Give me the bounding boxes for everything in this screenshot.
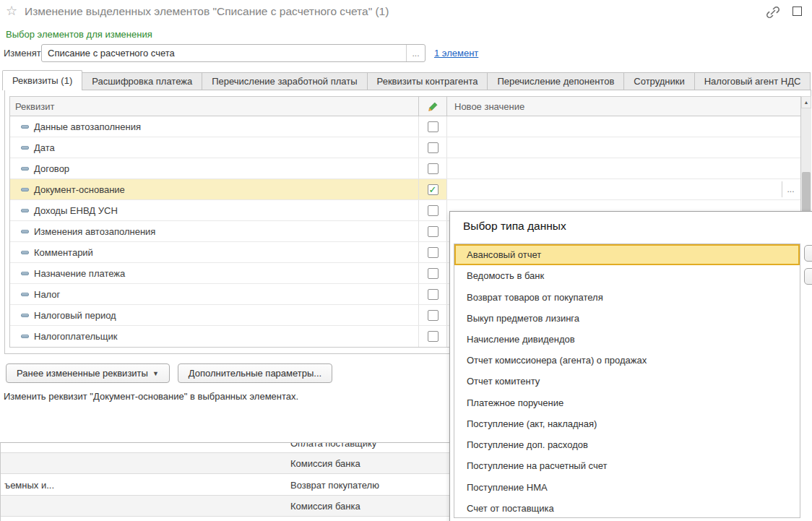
pencil-icon <box>418 97 447 116</box>
row-checkbox[interactable] <box>428 163 439 174</box>
attribute-dash-icon <box>21 314 29 317</box>
row-checkbox[interactable] <box>428 268 439 279</box>
tab-employees[interactable]: Сотрудники <box>624 72 694 90</box>
attribute-label: Комментарий <box>34 247 93 258</box>
select-elements-link[interactable]: Выбор элементов для изменения <box>6 29 152 40</box>
list-item-selected[interactable]: Авансовый отчет <box>454 244 800 265</box>
popup-button-clipped-bottom[interactable] <box>804 268 812 285</box>
attribute-dash-icon <box>21 230 29 233</box>
list-item[interactable]: Выкуп предметов лизинга <box>454 308 800 329</box>
previously-changed-button[interactable]: Ранее измененные реквизиты ▼ <box>6 363 170 383</box>
row-checkbox-checked[interactable]: ✓ <box>428 184 439 195</box>
new-value-input[interactable]: ... <box>447 179 800 199</box>
change-input[interactable]: Списание с расчетного счета ... <box>41 44 426 62</box>
attribute-label: Договор <box>34 163 69 174</box>
list-item[interactable]: Отчет комитенту <box>454 371 800 392</box>
popup-title: Выбор типа данных <box>463 220 566 233</box>
previously-changed-label: Ранее измененные реквизиты <box>17 368 148 379</box>
tab-depositors-transfer[interactable]: Перечисление депонентов <box>488 72 624 90</box>
list-item[interactable]: Поступление НМА <box>454 476 800 497</box>
data-type-picker-popup: Выбор типа данных Авансовый отчет Ведомо… <box>449 211 812 521</box>
attribute-label: Назначение платежа <box>34 268 125 279</box>
operation-cell: Комиссия банка <box>290 501 360 512</box>
list-item[interactable]: Начисление дивидендов <box>454 329 800 350</box>
attribute-label: Дата <box>34 142 55 153</box>
tab-payment-breakdown[interactable]: Расшифровка платежа <box>82 72 202 90</box>
attribute-dash-icon <box>21 125 29 129</box>
payee-cell: ъемных и... <box>4 479 54 490</box>
attribute-dash-icon <box>21 188 29 191</box>
hint-text: Изменить реквизит "Документ-основание" в… <box>4 391 298 402</box>
attribute-dash-icon <box>21 335 29 338</box>
table-header: Реквизит Новое значение <box>10 97 800 116</box>
list-item[interactable]: Отчет комиссионера (агента) о продажах <box>454 350 800 371</box>
list-item[interactable]: Счет от поставщика <box>454 498 800 518</box>
attribute-label: Данные автозаполнения <box>34 121 141 132</box>
popup-button-clipped-top[interactable] <box>804 245 812 262</box>
favorite-star-icon[interactable]: ☆ <box>6 4 17 18</box>
attribute-dash-icon <box>21 293 29 296</box>
table-row-selected[interactable]: Документ-основание ✓ ... <box>10 179 800 200</box>
attribute-dash-icon <box>21 209 29 212</box>
change-input-more-button[interactable]: ... <box>406 45 425 61</box>
tab-salary-transfer[interactable]: Перечисление заработной платы <box>202 72 367 90</box>
additional-params-button[interactable]: Дополнительные параметры... <box>178 363 332 383</box>
list-item[interactable]: Возврат товаров от покупателя <box>454 286 800 307</box>
table-row[interactable]: Дата <box>10 137 800 158</box>
column-header-attribute: Реквизит <box>10 97 418 116</box>
attribute-label: Изменения автозаполнения <box>34 226 155 237</box>
data-type-list: Авансовый отчет Ведомость в банк Возврат… <box>454 244 800 518</box>
operation-cell: Комиссия банка <box>290 458 360 469</box>
action-buttons: Ранее измененные реквизиты ▼ Дополнитель… <box>6 363 332 383</box>
list-item[interactable]: Поступление на расчетный счет <box>454 455 800 476</box>
additional-params-label: Дополнительные параметры... <box>189 368 321 379</box>
row-checkbox[interactable] <box>428 247 439 258</box>
elements-count-link[interactable]: 1 элемент <box>434 48 478 59</box>
row-checkbox[interactable] <box>428 142 439 153</box>
row-checkbox[interactable] <box>428 331 439 342</box>
attribute-dash-icon <box>21 272 29 275</box>
tab-vat-agent[interactable]: Налоговый агент НДС <box>695 72 811 90</box>
row-checkbox[interactable] <box>428 121 439 132</box>
attribute-label: Налоговый период <box>34 310 116 321</box>
new-value-more-button[interactable]: ... <box>782 181 799 197</box>
page-title: Изменение выделенных элементов "Списание… <box>25 5 389 18</box>
column-header-new-value: Новое значение <box>447 97 800 116</box>
row-checkbox[interactable] <box>428 310 439 321</box>
scroll-up-icon[interactable]: ▲ <box>801 96 811 108</box>
row-checkbox[interactable] <box>428 226 439 237</box>
list-item[interactable]: Поступление доп. расходов <box>454 434 800 455</box>
list-item[interactable]: Поступление (акт, накладная) <box>454 413 800 434</box>
tab-counterparty-details[interactable]: Реквизиты контрагента <box>368 72 488 90</box>
tab-rekvizity[interactable]: Реквизиты (1) <box>2 70 82 90</box>
operation-cell: Оплата поставщику <box>290 443 376 449</box>
table-row[interactable]: Договор <box>10 158 800 179</box>
tab-bar: Реквизиты (1) Расшифровка платежа Перечи… <box>2 70 811 90</box>
chevron-down-icon: ▼ <box>152 370 159 377</box>
row-checkbox[interactable] <box>428 205 439 216</box>
attribute-label: Налогоплательщик <box>34 331 117 342</box>
change-input-value: Списание с расчетного счета <box>42 48 406 59</box>
attribute-dash-icon <box>21 251 29 254</box>
attribute-label: Налог <box>34 289 60 300</box>
attribute-label: Документ-основание <box>34 184 125 195</box>
row-checkbox[interactable] <box>428 289 439 300</box>
operation-cell: Возврат покупателю <box>290 479 379 490</box>
attribute-label: Доходы ЕНВД УСН <box>34 205 118 216</box>
table-row[interactable]: Данные автозаполнения <box>10 116 800 137</box>
list-item[interactable]: Платежное поручение <box>454 392 800 413</box>
maximize-icon[interactable] <box>792 7 802 16</box>
attribute-dash-icon <box>21 167 29 171</box>
list-item[interactable]: Ведомость в банк <box>454 265 800 286</box>
attribute-dash-icon <box>21 146 29 150</box>
link-icon[interactable] <box>764 4 782 21</box>
